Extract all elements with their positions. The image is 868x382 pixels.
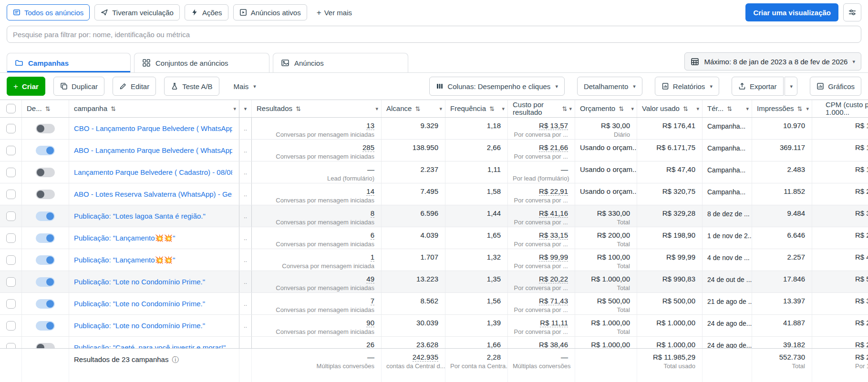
footer-frequency-cell: 2,28Por conta na Centra...	[445, 349, 508, 382]
chevron-down-icon[interactable]: ▾	[744, 106, 749, 112]
tab-anuncios[interactable]: Anúncios	[273, 53, 408, 72]
chevron-down-icon[interactable]: ▾	[373, 106, 378, 112]
chevron-down-icon[interactable]: ▾	[437, 106, 442, 112]
sort-icon[interactable]: ⇅	[562, 105, 568, 112]
row-checkbox[interactable]	[6, 211, 16, 221]
breakdown-button[interactable]: Detalhamento ▾	[577, 77, 642, 96]
export-button[interactable]: Exportar	[732, 77, 784, 96]
ab-test-button[interactable]: Teste A/B	[164, 77, 219, 96]
col-header-hidden[interactable]: ▾	[239, 100, 252, 117]
campaign-active-toggle[interactable]	[36, 168, 55, 177]
col-header-custo-por-resultado[interactable]: Custo por resultado⇅▾	[508, 100, 575, 117]
amount-spent-cell: R$ 198,90	[637, 227, 703, 249]
col-header-alcance[interactable]: Alcance⇅▾	[382, 100, 445, 117]
cost-per-result-cell: R$ 41,16Por conversa por ...	[508, 205, 575, 227]
col-header-campanha[interactable]: campanha⇅▾	[69, 100, 239, 117]
campaign-name-link[interactable]: Publicação: "Lançamento💥💥"	[74, 255, 232, 265]
sort-icon[interactable]: ⇅	[727, 105, 732, 112]
charts-button[interactable]: Gráficos	[810, 77, 861, 96]
chevron-down-icon[interactable]: ▾	[694, 106, 699, 112]
more-button[interactable]: Mais ▾	[227, 77, 262, 96]
campaign-name-link[interactable]: Publicação: "Lote no Condomínio Prime."	[74, 321, 232, 331]
filter-chip-todos-os-anuncios[interactable]: Todos os anúncios	[7, 4, 90, 20]
campaign-active-toggle[interactable]	[36, 255, 55, 265]
col-header-impressoes[interactable]: Impressões⇅▾	[752, 100, 812, 117]
campaign-name-link[interactable]: ABO - Lotes Reserva Salvaterra (WhatsApp…	[74, 190, 232, 199]
create-button[interactable]: + Criar	[7, 77, 45, 96]
filter-chip-anuncios-ativos[interactable]: Anúncios ativos	[233, 4, 307, 20]
col-header-frequencia[interactable]: Frequência⇅▾	[445, 100, 508, 117]
campaign-active-toggle[interactable]	[36, 211, 55, 221]
campaign-active-toggle[interactable]	[36, 299, 55, 309]
sort-icon[interactable]: ⇅	[111, 105, 116, 112]
create-view-button[interactable]: Criar uma visualização	[745, 3, 838, 21]
edit-button[interactable]: Editar	[113, 77, 156, 96]
row-checkbox[interactable]	[6, 190, 16, 199]
campaign-name-link[interactable]: ABO - Lançamento Parque Belvedere ( What…	[74, 146, 232, 155]
end-date-cell: Campanha...	[703, 161, 752, 183]
tab-conjuntos-de-anuncios[interactable]: Conjuntos de anúncios	[134, 53, 269, 72]
sort-icon[interactable]: ⇅	[296, 105, 301, 112]
row-checkbox[interactable]	[6, 321, 16, 331]
row-toggle-cell	[22, 140, 69, 161]
col-header-resultados[interactable]: Resultados⇅▾	[252, 100, 382, 117]
chevron-down-icon[interactable]: ▾	[567, 106, 572, 112]
col-header-cpm[interactable]: CPM (custo por 1.000...⇅	[812, 100, 868, 117]
filter-chip-acoes[interactable]: Ações	[185, 4, 228, 20]
sort-icon[interactable]: ⇅	[683, 105, 688, 112]
chevron-down-icon[interactable]: ▾	[629, 106, 634, 112]
chevron-down-icon[interactable]: ▾	[804, 106, 809, 112]
row-checkbox[interactable]	[6, 299, 16, 309]
reports-button[interactable]: Relatórios ▾	[655, 77, 719, 96]
copy-icon	[60, 82, 68, 90]
row-checkbox[interactable]	[6, 168, 16, 177]
campaign-name-link[interactable]: Lançamento Parque Belvedere ( Cadastro) …	[74, 168, 232, 177]
export-options-button[interactable]: ▾	[785, 77, 798, 96]
row-checkbox[interactable]	[6, 124, 16, 133]
campaign-name-cell: Publicação: "Lançamento💥💥"	[69, 249, 239, 271]
flask-icon	[171, 82, 178, 90]
sort-icon[interactable]: ⇅	[45, 105, 51, 112]
col-header-orcamento[interactable]: Orçamento⇅▾	[575, 100, 637, 117]
cpm-cell: R$ 23	[812, 315, 868, 336]
tab-campanhas[interactable]: Campanhas	[7, 53, 131, 72]
sort-icon[interactable]: ⇅	[415, 105, 420, 112]
amount-spent-cell: R$ 500,00	[637, 293, 703, 314]
chevron-down-icon[interactable]: ▾	[500, 106, 505, 112]
row-toggle-cell	[22, 118, 69, 139]
row-checkbox[interactable]	[6, 146, 16, 155]
campaign-active-toggle[interactable]	[36, 321, 55, 331]
clipped-column-cell: ..	[239, 161, 252, 183]
col-header-valor-usado[interactable]: Valor usado⇅▾	[637, 100, 703, 117]
row-checkbox[interactable]	[6, 233, 16, 243]
ver-mais-button[interactable]: + Ver mais	[312, 4, 357, 20]
campaign-active-toggle[interactable]	[36, 233, 55, 243]
campaign-name-link[interactable]: CBO - Lançamento Parque Belvedere ( What…	[74, 124, 232, 133]
row-checkbox[interactable]	[6, 255, 16, 265]
campaign-name-link[interactable]: Publicação: "Lançamento💥💥"	[74, 233, 232, 243]
duplicate-button[interactable]: Duplicar	[53, 77, 104, 96]
campaign-name-link[interactable]: Publicação: "Lotes lagoa Santa é região.…	[74, 211, 232, 221]
info-icon[interactable]: ⓘ	[172, 355, 178, 364]
campaign-active-toggle[interactable]	[36, 277, 55, 287]
columns-button[interactable]: Colunas: Desempenho e cliques ▾	[429, 77, 565, 96]
date-range-button[interactable]: Máximo: 8 de jan de 2023 a 8 de fev de 2…	[684, 52, 861, 70]
sort-icon[interactable]: ⇅	[489, 105, 495, 112]
row-checkbox[interactable]	[6, 277, 16, 287]
cpm-cell: R$ 16	[812, 140, 868, 161]
select-all-checkbox[interactable]	[6, 104, 16, 113]
campaign-name-link[interactable]: Publicação: "Lote no Condomínio Prime."	[74, 277, 232, 287]
chevron-down-icon[interactable]: ▾	[231, 106, 236, 112]
campaign-active-toggle[interactable]	[36, 190, 55, 199]
search-input[interactable]	[7, 26, 861, 43]
filter-settings-button[interactable]	[843, 3, 861, 21]
filter-chip-tiveram-veiculacao[interactable]: Tiveram veiculação	[94, 4, 180, 20]
campaign-active-toggle[interactable]	[36, 124, 55, 133]
col-header-termino[interactable]: Tér...⇅▾	[703, 100, 752, 117]
campaign-name-link[interactable]: Publicação: "Lote no Condomínio Prime."	[74, 299, 232, 309]
col-header-toggle[interactable]: De...⇅	[22, 100, 69, 117]
sort-icon[interactable]: ⇅	[619, 105, 624, 112]
impressions-cell: 41.887	[752, 315, 812, 336]
campaign-active-toggle[interactable]	[36, 146, 55, 155]
sort-icon[interactable]: ⇅	[797, 105, 803, 112]
